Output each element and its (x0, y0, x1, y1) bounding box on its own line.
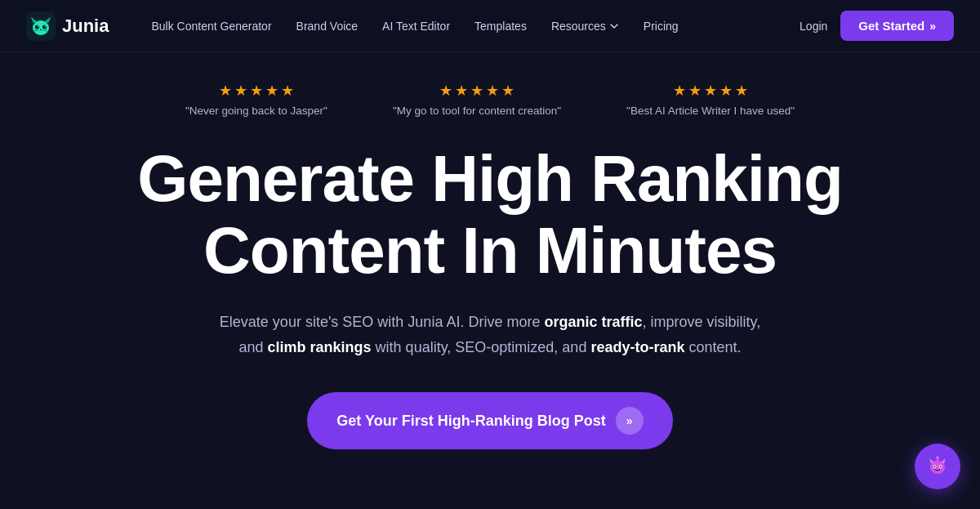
svg-line-11 (34, 29, 38, 30)
svg-point-6 (35, 25, 39, 29)
nav-bulk-content[interactable]: Bulk Content Generator (141, 13, 281, 39)
stars-3: ★ ★ ★ ★ ★ (673, 82, 748, 100)
star: ★ (735, 82, 748, 100)
star: ★ (673, 82, 686, 100)
chat-bot-button[interactable] (915, 444, 960, 489)
navbar: Junia Bulk Content Generator Brand Voice… (0, 0, 980, 52)
logo-text: Junia (62, 16, 109, 37)
svg-point-9 (45, 25, 47, 27)
svg-line-13 (43, 29, 47, 30)
star: ★ (219, 82, 232, 100)
logo-icon (26, 11, 56, 41)
cta-chevrons-icon: » (616, 407, 644, 435)
svg-marker-17 (929, 458, 934, 463)
bot-icon (925, 454, 950, 479)
testimonial-3: ★ ★ ★ ★ ★ "Best AI Article Writer I have… (626, 82, 795, 117)
nav-brand-voice[interactable]: Brand Voice (287, 13, 368, 39)
chevrons-icon: » (929, 20, 936, 33)
star: ★ (486, 82, 499, 100)
logo-link[interactable]: Junia (26, 11, 109, 41)
cta-label: Get Your First High-Ranking Blog Post (336, 413, 605, 430)
bold-organic-traffic: organic traffic (544, 314, 642, 330)
svg-point-21 (934, 466, 936, 467)
hero-subtext: Elevate your site's SEO with Junia AI. D… (212, 310, 768, 359)
stars-1: ★ ★ ★ ★ ★ (219, 82, 294, 100)
chevron-down-icon (609, 21, 619, 31)
nav-ai-text-editor[interactable]: AI Text Editor (372, 13, 460, 39)
nav-templates[interactable]: Templates (465, 13, 537, 39)
bold-ready-to-rank: ready-to-rank (590, 339, 684, 355)
testimonial-text-2: "My go to tool for content creation" (393, 105, 561, 117)
svg-marker-18 (941, 458, 946, 463)
cta-button[interactable]: Get Your First High-Ranking Blog Post » (307, 392, 672, 449)
svg-point-8 (38, 25, 39, 27)
nav-actions: Login Get Started » (800, 11, 954, 41)
login-link[interactable]: Login (800, 20, 827, 33)
testimonial-text-1: "Never going back to Jasper" (185, 105, 327, 117)
nav-resources[interactable]: Resources (541, 13, 629, 39)
main-content: ★ ★ ★ ★ ★ "Never going back to Jasper" ★… (0, 52, 980, 449)
svg-point-7 (42, 25, 47, 29)
testimonial-2: ★ ★ ★ ★ ★ "My go to tool for content cre… (393, 82, 561, 117)
get-started-button[interactable]: Get Started » (840, 11, 954, 41)
hero-heading: Generate High Ranking Content In Minutes (122, 143, 858, 287)
testimonial-text-3: "Best AI Article Writer I have used" (626, 105, 795, 117)
star: ★ (281, 82, 294, 100)
svg-point-1 (33, 20, 49, 35)
star: ★ (250, 82, 263, 100)
star: ★ (688, 82, 702, 100)
star: ★ (719, 82, 733, 100)
nav-links: Bulk Content Generator Brand Voice AI Te… (141, 13, 800, 39)
svg-point-22 (940, 466, 942, 467)
star: ★ (704, 82, 717, 100)
stars-2: ★ ★ ★ ★ ★ (439, 82, 514, 100)
star: ★ (439, 82, 452, 100)
star: ★ (265, 82, 278, 100)
svg-point-24 (937, 457, 939, 459)
testimonial-1: ★ ★ ★ ★ ★ "Never going back to Jasper" (185, 82, 327, 117)
star: ★ (501, 82, 514, 100)
star: ★ (470, 82, 483, 100)
svg-point-10 (40, 29, 42, 30)
star: ★ (455, 82, 468, 100)
testimonials-row: ★ ★ ★ ★ ★ "Never going back to Jasper" ★… (0, 82, 980, 117)
bold-climb-rankings: climb rankings (268, 339, 372, 355)
star: ★ (234, 82, 247, 100)
nav-pricing[interactable]: Pricing (634, 13, 688, 39)
